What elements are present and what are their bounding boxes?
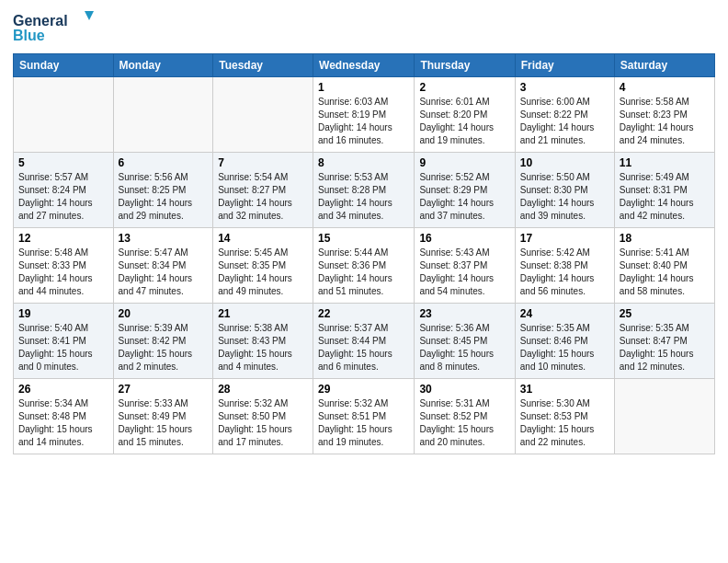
day-number: 5 [18,156,108,169]
day-number: 28 [218,383,308,396]
day-info: Sunrise: 6:03 AMSunset: 8:19 PMDaylight:… [318,96,409,147]
calendar-cell-14: 12Sunrise: 5:48 AMSunset: 8:33 PMDayligh… [14,228,114,304]
day-info: Sunrise: 5:42 AMSunset: 8:38 PMDaylight:… [520,247,609,298]
day-info: Sunrise: 5:47 AMSunset: 8:34 PMDaylight:… [119,247,209,298]
day-number: 17 [520,232,609,245]
day-info: Sunrise: 6:01 AMSunset: 8:20 PMDaylight:… [419,96,509,147]
day-info: Sunrise: 5:35 AMSunset: 8:46 PMDaylight:… [520,322,609,373]
calendar-week-2: 5Sunrise: 5:57 AMSunset: 8:24 PMDaylight… [14,153,715,228]
logo: GeneralBlue [13,9,96,46]
calendar-cell-10: 8Sunrise: 5:53 AMSunset: 8:28 PMDaylight… [313,153,415,228]
calendar-header-tuesday: Tuesday [213,54,313,77]
calendar-header-wednesday: Wednesday [313,54,415,77]
calendar-cell-25: 23Sunrise: 5:36 AMSunset: 8:45 PMDayligh… [415,304,515,379]
calendar-header-saturday: Saturday [614,54,714,77]
calendar-table: SundayMondayTuesdayWednesdayThursdayFrid… [13,53,715,454]
calendar-cell-17: 15Sunrise: 5:44 AMSunset: 8:36 PMDayligh… [313,228,415,304]
calendar-cell-34 [614,379,714,454]
calendar-header-friday: Friday [515,54,614,77]
day-number: 9 [419,156,509,169]
calendar-cell-22: 20Sunrise: 5:39 AMSunset: 8:42 PMDayligh… [113,304,213,379]
calendar-cell-3: 1Sunrise: 6:03 AMSunset: 8:19 PMDaylight… [313,77,415,153]
day-number: 15 [318,232,409,245]
calendar-cell-24: 22Sunrise: 5:37 AMSunset: 8:44 PMDayligh… [313,304,415,379]
day-info: Sunrise: 5:57 AMSunset: 8:24 PMDaylight:… [18,171,108,223]
day-number: 25 [620,307,710,320]
calendar-cell-6: 4Sunrise: 5:58 AMSunset: 8:23 PMDaylight… [614,77,714,153]
day-info: Sunrise: 5:30 AMSunset: 8:53 PMDaylight:… [520,397,609,449]
day-number: 23 [419,307,509,320]
day-info: Sunrise: 5:33 AMSunset: 8:49 PMDaylight:… [119,397,209,449]
day-number: 30 [419,383,509,396]
day-info: Sunrise: 5:43 AMSunset: 8:37 PMDaylight:… [419,247,509,298]
day-info: Sunrise: 5:48 AMSunset: 8:33 PMDaylight:… [18,247,108,298]
calendar-cell-27: 25Sunrise: 5:35 AMSunset: 8:47 PMDayligh… [614,304,714,379]
calendar-cell-23: 21Sunrise: 5:38 AMSunset: 8:43 PMDayligh… [213,304,313,379]
calendar-cell-12: 10Sunrise: 5:50 AMSunset: 8:30 PMDayligh… [515,153,614,228]
calendar-cell-1 [113,77,213,153]
day-info: Sunrise: 5:31 AMSunset: 8:52 PMDaylight:… [419,397,509,449]
calendar-cell-4: 2Sunrise: 6:01 AMSunset: 8:20 PMDaylight… [415,77,515,153]
calendar-header-sunday: Sunday [14,54,114,77]
day-number: 4 [620,81,710,94]
calendar-header-monday: Monday [113,54,213,77]
day-info: Sunrise: 5:40 AMSunset: 8:41 PMDaylight:… [18,322,108,373]
day-info: Sunrise: 5:49 AMSunset: 8:31 PMDaylight:… [620,171,710,223]
day-info: Sunrise: 5:50 AMSunset: 8:30 PMDaylight:… [520,171,609,223]
day-number: 1 [318,81,409,94]
day-number: 20 [119,307,209,320]
calendar-cell-5: 3Sunrise: 6:00 AMSunset: 8:22 PMDaylight… [515,77,614,153]
day-number: 3 [520,81,609,94]
day-number: 8 [318,156,409,169]
calendar-cell-20: 18Sunrise: 5:41 AMSunset: 8:40 PMDayligh… [614,228,714,304]
day-number: 11 [620,156,710,169]
day-info: Sunrise: 5:36 AMSunset: 8:45 PMDaylight:… [419,322,509,373]
day-number: 12 [18,232,108,245]
calendar-cell-26: 24Sunrise: 5:35 AMSunset: 8:46 PMDayligh… [515,304,614,379]
day-number: 21 [218,307,308,320]
calendar-cell-19: 17Sunrise: 5:42 AMSunset: 8:38 PMDayligh… [515,228,614,304]
calendar-cell-9: 7Sunrise: 5:54 AMSunset: 8:27 PMDaylight… [213,153,313,228]
calendar-cell-11: 9Sunrise: 5:52 AMSunset: 8:29 PMDaylight… [415,153,515,228]
calendar-cell-21: 19Sunrise: 5:40 AMSunset: 8:41 PMDayligh… [14,304,114,379]
calendar-header-thursday: Thursday [415,54,515,77]
day-info: Sunrise: 5:32 AMSunset: 8:50 PMDaylight:… [218,397,308,449]
day-info: Sunrise: 5:34 AMSunset: 8:48 PMDaylight:… [18,397,108,449]
calendar-cell-29: 27Sunrise: 5:33 AMSunset: 8:49 PMDayligh… [113,379,213,454]
day-info: Sunrise: 5:53 AMSunset: 8:28 PMDaylight:… [318,171,409,223]
day-info: Sunrise: 5:41 AMSunset: 8:40 PMDaylight:… [620,247,710,298]
day-info: Sunrise: 6:00 AMSunset: 8:22 PMDaylight:… [520,96,609,147]
calendar-cell-13: 11Sunrise: 5:49 AMSunset: 8:31 PMDayligh… [614,153,714,228]
header: GeneralBlue [13,9,715,46]
day-number: 26 [18,383,108,396]
day-number: 31 [520,383,609,396]
day-number: 7 [218,156,308,169]
calendar-week-5: 26Sunrise: 5:34 AMSunset: 8:48 PMDayligh… [14,379,715,454]
day-number: 13 [119,232,209,245]
day-info: Sunrise: 5:32 AMSunset: 8:51 PMDaylight:… [318,397,409,449]
calendar-cell-16: 14Sunrise: 5:45 AMSunset: 8:35 PMDayligh… [213,228,313,304]
day-number: 27 [119,383,209,396]
calendar-cell-0 [14,77,114,153]
day-number: 22 [318,307,409,320]
day-number: 14 [218,232,308,245]
svg-text:Blue: Blue [13,28,45,43]
day-info: Sunrise: 5:35 AMSunset: 8:47 PMDaylight:… [620,322,710,373]
day-number: 18 [620,232,710,245]
calendar-cell-2 [213,77,313,153]
logo-svg: GeneralBlue [13,9,96,46]
day-info: Sunrise: 5:39 AMSunset: 8:42 PMDaylight:… [119,322,209,373]
calendar-cell-15: 13Sunrise: 5:47 AMSunset: 8:34 PMDayligh… [113,228,213,304]
calendar-cell-30: 28Sunrise: 5:32 AMSunset: 8:50 PMDayligh… [213,379,313,454]
day-number: 16 [419,232,509,245]
day-number: 2 [419,81,509,94]
day-info: Sunrise: 5:54 AMSunset: 8:27 PMDaylight:… [218,171,308,223]
svg-text:General: General [13,13,68,29]
calendar-cell-31: 29Sunrise: 5:32 AMSunset: 8:51 PMDayligh… [313,379,415,454]
day-info: Sunrise: 5:37 AMSunset: 8:44 PMDaylight:… [318,322,409,373]
calendar-week-4: 19Sunrise: 5:40 AMSunset: 8:41 PMDayligh… [14,304,715,379]
calendar-cell-28: 26Sunrise: 5:34 AMSunset: 8:48 PMDayligh… [14,379,114,454]
calendar-cell-18: 16Sunrise: 5:43 AMSunset: 8:37 PMDayligh… [415,228,515,304]
day-number: 19 [18,307,108,320]
calendar-cell-8: 6Sunrise: 5:56 AMSunset: 8:25 PMDaylight… [113,153,213,228]
